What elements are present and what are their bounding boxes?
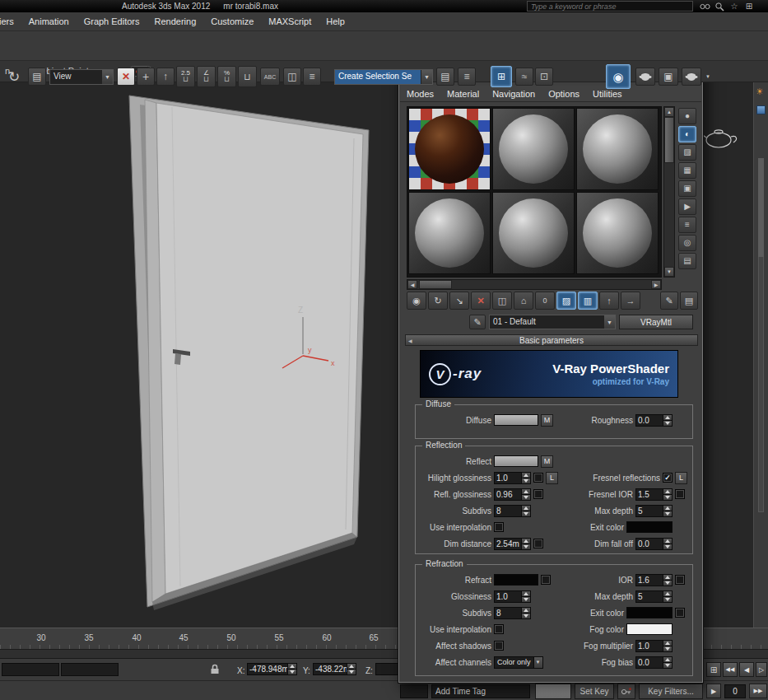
refraction-subdivs-spinner[interactable]: 8 [494, 607, 531, 619]
basic-parameters-rollout[interactable]: ◀ Basic parameters [405, 334, 698, 346]
go-forward-to-sibling-icon[interactable]: → [621, 292, 640, 310]
status-prompt-field[interactable] [61, 663, 119, 676]
scroll-left-icon[interactable]: ◀ [407, 280, 417, 289]
render-flyout-arrow-icon[interactable]: ▼ [703, 71, 713, 82]
menu-rendering[interactable]: Rendering [147, 16, 204, 26]
favorites-star-icon[interactable]: ☆ [728, 0, 741, 12]
grid-toggle-icon[interactable]: ⊞ [706, 662, 721, 677]
snap-toggle-icon[interactable]: 2.5⊔ [176, 66, 195, 87]
sample-slot-2[interactable] [492, 108, 575, 190]
mirror-icon[interactable]: ◫ [283, 68, 301, 86]
x-coordinate-spinner[interactable]: -478.948m [247, 663, 297, 675]
named-selection-abc-icon[interactable]: ABC [260, 68, 280, 86]
scroll-up-icon[interactable]: ▲ [664, 107, 674, 117]
make-material-copy-icon[interactable]: ◫ [492, 292, 512, 310]
search-magnifier-icon[interactable] [713, 0, 726, 12]
fresnel-ior-spinner[interactable]: 1.5 [635, 488, 673, 501]
menu-help[interactable]: Help [319, 16, 352, 26]
show-map-in-viewport-icon[interactable]: ▨ [556, 292, 576, 310]
navigator-icon[interactable]: ▤ [680, 292, 698, 310]
render-production-icon[interactable] [682, 68, 701, 86]
sample-uv-tiling-icon[interactable]: ▦ [678, 162, 696, 179]
chevron-down-icon[interactable]: ▼ [101, 70, 113, 84]
align-dropdown-icon[interactable]: ≡ [458, 68, 476, 86]
hilight-glossiness-spinner[interactable]: 1.0 [494, 472, 531, 484]
auto-key-button[interactable] [535, 684, 571, 699]
scene-explorer-icon[interactable]: ▤ [28, 68, 46, 86]
selection-set-dropdown[interactable]: Create Selection Se ▼ [334, 69, 433, 85]
next-frame-button[interactable]: ▶ [706, 684, 721, 698]
affect-channels-dropdown[interactable]: Color only ▼ [494, 656, 543, 669]
get-material-icon[interactable]: ◉ [407, 292, 426, 310]
me-menu-material[interactable]: Material [440, 89, 486, 99]
chevron-down-icon[interactable]: ▼ [603, 315, 615, 329]
reflection-max-depth-spinner[interactable]: 5 [635, 505, 673, 517]
menu-animation[interactable]: Animation [21, 16, 77, 26]
fog-color-swatch[interactable] [626, 623, 673, 635]
render-setup-icon[interactable] [635, 68, 655, 86]
delete-red-cross-icon[interactable]: ✕ [117, 68, 135, 86]
pick-material-icon[interactable]: ✎ [660, 292, 678, 310]
roughness-spinner[interactable]: 0.0 [635, 414, 673, 427]
refract-color-swatch[interactable] [494, 574, 538, 586]
reflect-color-swatch[interactable] [494, 455, 538, 467]
refraction-glossiness-spinner[interactable]: 1.0 [494, 590, 531, 603]
mini-listener-field[interactable] [2, 663, 59, 676]
curve-editor-icon[interactable]: ≈ [515, 68, 533, 86]
current-frame-field[interactable]: 0 [724, 684, 746, 698]
me-menu-utilities[interactable]: Utilities [586, 89, 628, 99]
scroll-right-icon[interactable]: ▶ [651, 280, 661, 289]
sample-slot-1-active[interactable] [408, 108, 491, 190]
refraction-exit-color-checkbox[interactable] [675, 608, 685, 618]
sample-vertical-scrollbar[interactable]: ▲ ▼ [663, 106, 675, 278]
scroll-down-icon[interactable]: ▼ [664, 267, 674, 277]
reset-map-icon[interactable]: ✕ [471, 292, 491, 310]
sun-icon[interactable]: ☀ [756, 86, 764, 97]
background-icon[interactable]: ▨ [678, 144, 696, 161]
y-coordinate-spinner[interactable]: -438.22m [313, 663, 356, 675]
reflection-use-interpolation-checkbox[interactable] [494, 522, 504, 532]
set-key-button[interactable]: Set Key [575, 684, 614, 699]
hilight-lock-button[interactable]: L [546, 472, 558, 484]
put-material-to-scene-icon[interactable]: ↻ [428, 292, 448, 310]
search-input[interactable] [527, 1, 693, 12]
rendered-frame-window-icon[interactable]: ▣ [659, 68, 678, 86]
fresnel-reflections-checkbox[interactable]: ✓ [663, 473, 673, 483]
hilight-glossiness-checkbox[interactable] [533, 473, 543, 483]
go-to-start-button[interactable]: ◀◀ [723, 662, 738, 677]
chevron-down-icon[interactable]: ▼ [421, 70, 432, 84]
material-type-button[interactable]: VRayMtl [619, 315, 693, 329]
assign-material-to-selection-icon[interactable]: ↘ [449, 292, 469, 310]
refraction-exit-color-swatch[interactable] [626, 607, 673, 618]
panel-scrollbar-thumb[interactable] [758, 158, 764, 257]
me-menu-navigation[interactable]: Navigation [486, 89, 542, 99]
options-icon[interactable]: ≡ [678, 217, 696, 233]
material-name-dropdown[interactable]: 01 - Default ▼ [489, 315, 616, 329]
me-menu-modes[interactable]: Modes [400, 89, 440, 99]
app-titlebar[interactable]: Autodesk 3ds Max 2012 mr torabi8.max ☆ ⊞ [0, 0, 768, 12]
pivot-icon[interactable]: ↑ [156, 68, 175, 86]
ior-checkbox[interactable] [675, 575, 685, 585]
scrollbar-thumb[interactable] [419, 280, 452, 289]
select-by-material-icon[interactable]: ◎ [678, 235, 696, 251]
fresnel-ior-checkbox[interactable] [675, 489, 685, 499]
refl-glossiness-spinner[interactable]: 0.96 [494, 488, 531, 501]
play-button[interactable]: ▷ [756, 662, 767, 677]
menu-customize[interactable]: Customize [203, 16, 261, 26]
menu-maxscript[interactable]: MAXScript [261, 16, 319, 26]
add-time-tag[interactable]: Add Time Tag [431, 684, 530, 698]
percent-snap-icon[interactable]: %⊔ [217, 66, 236, 87]
sample-slot-4[interactable] [408, 192, 491, 274]
material-editor-toggle-icon[interactable]: ◉ [606, 64, 631, 89]
manage-layers-icon[interactable]: ▤ [436, 68, 454, 86]
fresnel-lock-button[interactable]: L [675, 472, 687, 484]
community-grid-icon[interactable]: ⊞ [742, 0, 756, 12]
scrollbar-thumb[interactable] [664, 117, 674, 163]
refraction-max-depth-spinner[interactable]: 5 [635, 590, 673, 603]
orbit-icon[interactable]: ↻ [2, 64, 26, 89]
key-filters-button[interactable]: Key Filters... [639, 684, 703, 699]
schematic-view-icon[interactable]: ⊡ [535, 68, 553, 86]
reflection-exit-color-swatch[interactable] [626, 521, 673, 533]
go-to-end-button[interactable]: ▶▶ [749, 684, 767, 698]
video-color-check-icon[interactable]: ▣ [678, 180, 696, 197]
